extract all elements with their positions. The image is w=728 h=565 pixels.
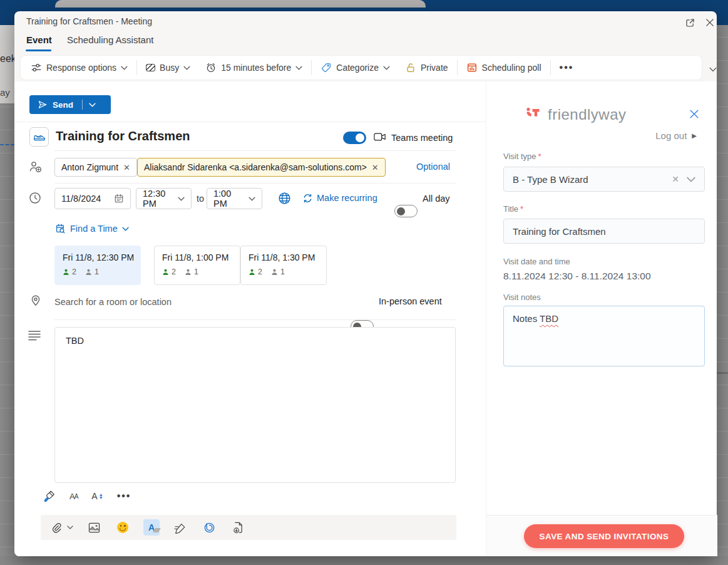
suggestion-label: Fri 11/8, 12:30 PM: [63, 252, 133, 262]
scheduling-poll-label: Scheduling poll: [482, 63, 541, 73]
alarm-clock-icon: [205, 62, 217, 73]
popout-icon[interactable]: [682, 15, 697, 30]
ribbon-divider: [136, 60, 137, 75]
make-recurring-link[interactable]: Make recurring: [317, 193, 377, 203]
categorize-button[interactable]: Categorize: [313, 58, 397, 77]
clear-selection-icon[interactable]: ✕: [672, 174, 679, 184]
start-time-select[interactable]: 12:30 PM: [136, 188, 192, 209]
to-label: to: [197, 194, 204, 204]
divider: [54, 183, 456, 184]
start-date-input[interactable]: 11/8/2024: [54, 188, 131, 209]
visit-type-select[interactable]: B - Type B Wizard ✕: [503, 167, 705, 192]
private-button[interactable]: Private: [397, 58, 456, 77]
suggestion-label: Fri 11/8, 1:30 PM: [249, 252, 319, 262]
divider: [14, 122, 486, 122]
logout-button[interactable]: Log out ▶: [655, 130, 697, 141]
friendlyway-logo-icon: [524, 104, 543, 123]
teams-meeting-toggle[interactable]: [343, 132, 366, 144]
font-size-icon[interactable]: A▲▼: [91, 491, 103, 501]
chevron-down-icon: [121, 66, 128, 70]
emoji-icon[interactable]: [115, 519, 131, 536]
draw-pen-icon[interactable]: [172, 519, 188, 536]
save-and-send-label: SAVE AND SEND INVITATIONS: [540, 532, 669, 541]
visit-datetime-value: 8.11.2024 12:30 - 8.11.2024 13:00: [503, 271, 651, 282]
background-bottom-strip: [0, 556, 728, 565]
panel-close-icon[interactable]: [687, 106, 702, 122]
start-date-value: 11/8/2024: [61, 194, 109, 204]
timezone-globe-icon[interactable]: [278, 192, 291, 205]
highlight-icon[interactable]: A: [143, 519, 160, 536]
optional-attendees-link[interactable]: Optional: [416, 162, 450, 172]
time-suggestion-card[interactable]: Fri 11/8, 1:30 PM 2 1: [240, 246, 327, 285]
end-time-value: 1:00 PM: [213, 189, 244, 209]
find-time-calendar-icon: [54, 223, 66, 234]
ribbon-collapse-chevron[interactable]: [706, 64, 720, 75]
busy-status-icon: [146, 64, 155, 71]
remove-attendee-icon[interactable]: ✕: [372, 163, 379, 172]
attendee-chip[interactable]: Anton Zigmunt ✕: [54, 158, 137, 177]
attach-dropdown-chevron[interactable]: [67, 526, 73, 529]
send-dropdown-chevron[interactable]: [89, 103, 96, 107]
panel-footer: SAVE AND SEND INVITATIONS: [486, 515, 717, 556]
required-marker: *: [538, 152, 541, 161]
visit-notes-textarea[interactable]: Notes TBD: [503, 306, 705, 366]
busy-label: Busy: [160, 63, 179, 73]
location-pin-icon: [29, 294, 42, 307]
remove-attendee-icon[interactable]: ✕: [123, 163, 130, 172]
tab-scheduling-assistant[interactable]: Scheduling Assistant: [67, 34, 153, 45]
insert-image-icon[interactable]: [86, 519, 102, 536]
location-search-input[interactable]: Search for a room or location: [54, 297, 172, 307]
ribbon-divider: [457, 60, 458, 75]
background-day-text: ay: [0, 87, 10, 98]
response-options-button[interactable]: Response options: [23, 58, 135, 77]
body-editor[interactable]: TBD: [54, 327, 456, 483]
poll-calendar-icon: [466, 62, 478, 73]
calendar-picker-icon[interactable]: [114, 194, 124, 204]
body-text: TBD: [66, 336, 84, 346]
attendee-name: Aliaksandr Sidarenka <a.sidarenka@sam-so…: [144, 162, 367, 172]
chevron-down-icon: [383, 66, 390, 70]
scheduling-poll-button[interactable]: Scheduling poll: [459, 58, 549, 77]
save-and-send-button[interactable]: SAVE AND SEND INVITATIONS: [524, 524, 684, 548]
find-a-time-button[interactable]: Find a Time: [54, 223, 129, 234]
chevron-down-icon[interactable]: [687, 177, 695, 182]
event-title[interactable]: Training for Craftsmen: [56, 129, 190, 143]
all-day-toggle[interactable]: [394, 205, 418, 217]
reminder-button[interactable]: 15 minutes before: [198, 58, 310, 77]
unknown-count: 1: [194, 267, 198, 276]
ribbon-overflow-button[interactable]: •••: [552, 58, 582, 77]
private-label: Private: [421, 63, 448, 73]
time-suggestion-card[interactable]: Fri 11/8, 1:00 PM 2 1: [154, 246, 240, 285]
chevron-down-icon: [178, 197, 185, 201]
background-window-fragment: [55, 0, 426, 8]
arrow-right-icon: ▶: [692, 132, 697, 139]
close-icon[interactable]: [702, 14, 718, 31]
visit-type-value: B - Type B Wizard: [513, 174, 672, 185]
send-button[interactable]: Send: [29, 95, 111, 114]
teams-meeting-label: Teams meeting: [391, 133, 453, 143]
event-emoji-box[interactable]: [29, 127, 49, 147]
available-count: 2: [72, 267, 76, 276]
categorize-label: Categorize: [336, 63, 379, 73]
loop-component-icon[interactable]: [201, 519, 217, 536]
attach-file-icon[interactable]: [48, 519, 64, 536]
all-day-label: All day: [423, 194, 450, 204]
more-format-options-icon[interactable]: •••: [117, 490, 131, 502]
insert-document-icon[interactable]: [230, 519, 246, 536]
person-available-icon: [249, 269, 255, 276]
time-suggestion-card[interactable]: Fri 11/8, 12:30 PM 2 1: [54, 246, 141, 285]
background-calendar-left: eek ay: [0, 25, 14, 556]
format-painter-icon[interactable]: [43, 490, 56, 502]
find-a-time-label: Find a Time: [70, 224, 118, 234]
visit-title-input[interactable]: Training for Craftsmen: [503, 219, 705, 244]
available-count: 2: [258, 267, 262, 276]
ribbon-toolbar: Response options Busy 15 minutes before: [21, 56, 702, 80]
tab-event[interactable]: Event: [26, 34, 52, 45]
ribbon-divider: [550, 60, 551, 75]
font-style-icon[interactable]: AA: [69, 492, 78, 501]
sliders-icon: [31, 62, 42, 73]
attendee-chip-flagged[interactable]: Aliaksandr Sidarenka <a.sidarenka@sam-so…: [137, 158, 386, 177]
show-as-busy-button[interactable]: Busy: [138, 58, 198, 77]
end-time-select[interactable]: 1:00 PM: [207, 188, 262, 209]
notes-text: Notes: [513, 313, 537, 324]
